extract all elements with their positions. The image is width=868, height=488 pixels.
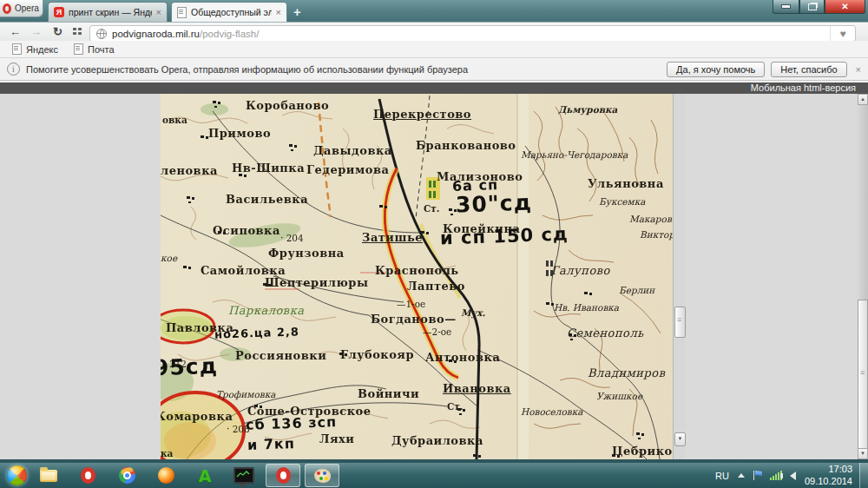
action-center-flag-icon[interactable] xyxy=(753,471,762,480)
map-label: Марьяно-Чегодаровка xyxy=(521,149,628,160)
clock[interactable]: 17:03 09.10.2014 xyxy=(805,464,852,488)
taskbar-opera-active-icon[interactable] xyxy=(266,464,300,487)
map-label: Новоселовка xyxy=(521,406,583,417)
map-label: Ст. xyxy=(424,203,440,214)
opera-menu-button[interactable]: Opera xyxy=(0,0,43,17)
map-label: Войничи xyxy=(358,387,419,400)
forward-icon[interactable]: → xyxy=(30,25,42,38)
map-scroll-down-icon[interactable]: ▼ xyxy=(674,432,686,446)
volume-icon[interactable] xyxy=(790,472,796,480)
map-label: Коробаново xyxy=(246,99,329,112)
bookmarks-bar: Яндекс Почта xyxy=(0,41,868,58)
taskbar-green-a-icon[interactable]: A xyxy=(187,464,222,487)
map-label: Ляхи xyxy=(319,432,355,445)
language-indicator[interactable]: RU xyxy=(715,471,729,481)
close-button[interactable]: ✕ xyxy=(825,0,865,14)
tab-close-icon[interactable]: × xyxy=(156,8,161,17)
taskbar-firefox-icon[interactable] xyxy=(148,464,183,487)
map-label: —2-ое xyxy=(423,326,451,337)
taskbar-explorer-icon[interactable] xyxy=(31,464,66,487)
tab-podvignaroda[interactable]: Общедоступный электрон × xyxy=(171,2,287,22)
map-label: Глубокояр xyxy=(340,348,414,361)
taskbar-chrome-icon[interactable] xyxy=(109,464,144,487)
system-tray: RU 17:03 09.10.2014 xyxy=(715,463,868,488)
bookmark-heart-icon[interactable]: ♥ xyxy=(830,26,855,41)
tab-title: Общедоступный электрон xyxy=(191,7,272,17)
address-bar[interactable]: podvignaroda.mil.ru /podvig-flash/ ♥ xyxy=(89,25,856,42)
bookmark-page-icon xyxy=(74,43,83,55)
url-host: podvignaroda.mil.ru xyxy=(112,29,200,39)
bookmark-item[interactable]: Почта xyxy=(74,43,115,55)
page-favicon-icon xyxy=(177,7,187,18)
bookmark-label: Яндекс xyxy=(26,44,58,55)
bookmark-item[interactable]: Яндекс xyxy=(12,43,58,55)
map-label: овка xyxy=(162,115,187,125)
back-icon[interactable]: ← xyxy=(10,25,21,38)
map-label: Лаптево xyxy=(407,280,465,293)
map-label: Перекрестово xyxy=(373,108,471,121)
desktop: Opera Я принт скрин — Яндекс: н × Общедо… xyxy=(0,0,868,488)
map-label: кое xyxy=(161,253,177,263)
map-label: Трофимовка xyxy=(216,389,276,399)
scroll-up-icon[interactable]: ▲ xyxy=(858,94,868,105)
taskbar: A RU 17:03 09.10.2014 xyxy=(0,463,868,488)
notification-bar: i Помогите усовершенствовать Opera, отпр… xyxy=(0,58,868,81)
notification-accept-button[interactable]: Да, я хочу помочь xyxy=(667,62,765,77)
map-label: · 204 xyxy=(280,233,304,243)
map-label: Самойловка xyxy=(201,264,286,277)
topographic-map[interactable]: Коробаново Примово Перекрестово Давыдовк… xyxy=(161,94,673,459)
map-label: Ивановка xyxy=(443,382,511,395)
map-label: ка xyxy=(161,448,173,458)
map-scrollbar[interactable]: ▼ xyxy=(673,94,685,459)
restore-button[interactable] xyxy=(799,0,825,14)
show-desktop-button[interactable] xyxy=(859,463,868,488)
browser-scrollbar[interactable]: ▲ ▼ xyxy=(858,94,868,459)
map-label: Васильевка xyxy=(226,193,308,206)
map-label: Гедеримова xyxy=(306,163,389,176)
taskbar-monitor-chart-icon[interactable] xyxy=(227,464,261,487)
notification-decline-button[interactable]: Нет, спасибо xyxy=(771,62,846,77)
page-header-strip: Мобильная html-версия xyxy=(0,82,868,94)
map-label: Краснополь xyxy=(375,264,459,277)
map-label: Галупово xyxy=(551,264,610,277)
reload-icon[interactable]: ↻ xyxy=(53,25,62,38)
map-label: Буксемка xyxy=(599,196,646,207)
bookmark-label: Почта xyxy=(88,44,115,55)
map-label: Макаров xyxy=(629,214,672,224)
taskbar-paint-icon[interactable] xyxy=(305,464,339,487)
map-label: Бранкованово xyxy=(416,139,516,152)
url-path: /podvig-flash/ xyxy=(200,29,259,39)
taskbar-opera-icon[interactable] xyxy=(70,464,105,487)
mobile-version-link[interactable]: Мобильная html-версия xyxy=(751,82,856,93)
yandex-favicon-icon: Я xyxy=(54,7,64,17)
tab-strip: Opera Я принт скрин — Яндекс: н × Общедо… xyxy=(0,0,868,22)
map-label: Викторов xyxy=(640,229,673,240)
map-label: Паркаловка xyxy=(228,304,305,317)
map-label: Осиповка xyxy=(213,224,280,237)
tab-close-icon[interactable]: × xyxy=(276,8,281,17)
tray-date: 09.10.2014 xyxy=(805,476,852,488)
map-label: Мух. xyxy=(461,307,485,318)
map-label: Владимиров xyxy=(588,366,665,379)
map-label: Ст. xyxy=(447,401,464,412)
map-label: Нв. Ивановка xyxy=(554,302,619,313)
notification-text: Помогите усовершенствовать Opera, отправ… xyxy=(26,64,468,75)
minimize-button[interactable] xyxy=(773,0,799,14)
notification-close-icon[interactable]: × xyxy=(856,64,861,75)
tab-yandex[interactable]: Я принт скрин — Яндекс: н × xyxy=(48,2,168,22)
new-tab-button[interactable]: + xyxy=(293,4,301,19)
start-button[interactable] xyxy=(7,465,27,485)
map-label: Берлин xyxy=(619,285,654,295)
site-globe-icon[interactable] xyxy=(96,29,107,39)
map-label: Шептерилюры xyxy=(265,276,368,289)
browser-scrollbar-thumb[interactable] xyxy=(858,300,868,451)
map-label: 30"сд xyxy=(456,189,533,217)
speed-dial-icon[interactable] xyxy=(73,28,82,36)
map-label: и сп 150 сд xyxy=(440,223,569,248)
map-scrollbar-thumb[interactable] xyxy=(674,307,686,338)
map-label: Фрунзовна xyxy=(268,247,345,260)
hidden-icons-caret-icon[interactable] xyxy=(738,473,745,478)
scroll-down-icon[interactable]: ▼ xyxy=(858,448,868,459)
map-label: Примово xyxy=(208,127,271,140)
map-label: Нв-Шипка xyxy=(232,162,305,175)
